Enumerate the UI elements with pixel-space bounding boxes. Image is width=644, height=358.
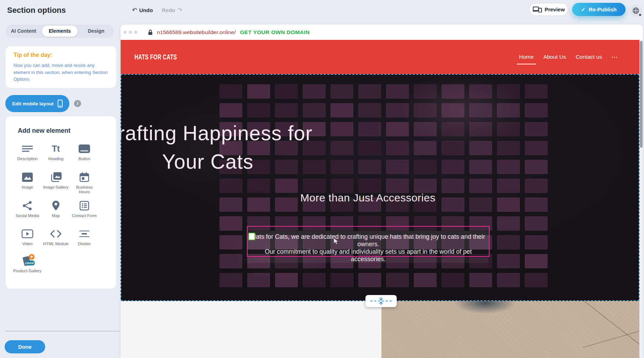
element-contact-form[interactable]: Contact Form: [70, 199, 99, 218]
hero-tile: [358, 179, 381, 193]
hero-tile: [525, 254, 548, 268]
element-label: Button: [78, 157, 90, 161]
hero-tile: [497, 160, 520, 174]
element-product-gallery[interactable]: SHOP Product Gallery: [13, 254, 42, 273]
map-pin-icon: [52, 200, 60, 211]
hero-tile: [414, 84, 437, 99]
hero-tile: [497, 235, 520, 249]
url-text[interactable]: n1566589.websitebuilder.online/: [157, 29, 236, 36]
element-social-media[interactable]: Social Media: [13, 199, 42, 218]
hero-tile: [525, 103, 548, 117]
hero-tile: [220, 84, 242, 99]
sidebar-tabs: AI Content Elements Design: [6, 25, 114, 38]
hero-tile: [525, 160, 548, 174]
selected-paragraph-box[interactable]: Hats for Cats, we are dedicated to craft…: [247, 226, 490, 257]
hero-tile: [497, 198, 520, 212]
tab-ai-content[interactable]: AI Content: [6, 25, 41, 38]
hero-tile: [331, 273, 353, 287]
hero-tile: [247, 273, 270, 287]
element-button[interactable]: Button: [70, 142, 99, 161]
hero-tile: [247, 103, 270, 117]
get-domain-link[interactable]: GET YOUR OWN DOMAIN: [240, 29, 310, 36]
element-description[interactable]: Description: [13, 142, 42, 161]
element-image[interactable]: Image: [13, 171, 42, 190]
window-dot: [129, 31, 132, 34]
hero-tile: [525, 216, 548, 231]
preview-scrollbar-thumb[interactable]: [640, 41, 643, 148]
hero-tile: [220, 235, 242, 249]
hero-tile: [469, 103, 492, 117]
hero-tile: [414, 141, 437, 155]
hero-tile: [358, 103, 381, 117]
hero-tile: [247, 84, 270, 99]
element-divider[interactable]: Divider: [70, 227, 99, 246]
element-video[interactable]: Video: [13, 227, 42, 246]
devices-icon: [533, 6, 542, 12]
hero-tile: [414, 103, 437, 117]
hero-tile: [247, 179, 270, 193]
nav-more-button[interactable]: ···: [612, 52, 618, 62]
element-business-hours[interactable]: Business Hours: [70, 171, 99, 194]
preview-label: Preview: [545, 6, 565, 12]
hero-tile: [525, 122, 548, 136]
redo-button[interactable]: Redo ↷: [162, 5, 183, 15]
hero-tile: [220, 216, 242, 231]
hero-tile: [497, 141, 520, 155]
nav-about-us[interactable]: About Us: [543, 52, 566, 62]
hero-tile: [525, 198, 548, 212]
nav-home[interactable]: Home: [519, 52, 534, 62]
tab-elements[interactable]: Elements: [42, 26, 78, 37]
hero-heading[interactable]: Crafting Happiness for Your Cats: [121, 119, 368, 176]
globe-icon: [632, 7, 639, 14]
undo-icon: ↶: [132, 6, 137, 14]
hero-tile: [497, 216, 520, 231]
hero-tile: [331, 103, 353, 117]
tab-design[interactable]: Design: [78, 25, 114, 38]
hero-paragraph[interactable]: Hats for Cats, we are dedicated to craft…: [248, 233, 489, 263]
hero-subheading[interactable]: More than Just Accessories: [300, 192, 436, 204]
nav-contact-us[interactable]: Contact us: [576, 52, 602, 62]
hero-section[interactable]: Crafting Happiness for Your Cats More th…: [121, 74, 639, 301]
hero-tile: [275, 103, 298, 117]
site-logo[interactable]: HATS FOR CATS: [134, 53, 177, 61]
element-label: Product Gallery: [13, 269, 41, 273]
element-map[interactable]: Map: [42, 199, 70, 218]
window-dot: [134, 31, 137, 34]
image-gallery-icon: [50, 172, 62, 183]
element-image-gallery[interactable]: Image Gallery: [42, 171, 70, 190]
hero-tile: [525, 141, 548, 155]
hero-tile: [414, 160, 437, 174]
hero-tile: [497, 103, 520, 117]
hero-tile: [303, 103, 326, 117]
hero-tile: [442, 179, 464, 193]
done-button[interactable]: Done: [5, 340, 45, 353]
next-section-left[interactable]: [121, 301, 381, 358]
republish-button[interactable]: ✓ Re-Publish: [572, 3, 625, 16]
html-code-icon: [50, 230, 62, 238]
next-section-image[interactable]: [381, 301, 639, 358]
element-label: Map: [52, 214, 60, 218]
undo-button[interactable]: ↶ Undo: [132, 5, 153, 15]
info-icon[interactable]: i: [74, 100, 81, 107]
redo-icon: ↷: [178, 6, 183, 14]
hero-tile: [414, 122, 437, 136]
contact-form-icon: [79, 200, 90, 211]
hero-tile: [469, 122, 492, 136]
hero-tile: [275, 198, 298, 212]
section-resize-handle[interactable]: [365, 295, 397, 307]
edit-mobile-label: Edit mobile layout: [12, 101, 53, 106]
hero-tile: [220, 254, 242, 268]
element-heading[interactable]: Tt Heading: [42, 142, 70, 161]
element-label: Heading: [48, 157, 64, 161]
hero-tile: [414, 179, 437, 193]
check-icon: ✓: [581, 6, 586, 13]
redo-label: Redo: [162, 7, 175, 13]
edit-mobile-layout-button[interactable]: Edit mobile layout: [5, 95, 69, 112]
element-html-module[interactable]: HTML Module: [42, 227, 70, 246]
video-icon: [21, 229, 33, 238]
done-label: Done: [18, 344, 32, 350]
element-drag-handle[interactable]: [248, 233, 255, 240]
hero-tile: [469, 160, 492, 174]
language-globe-button[interactable]: [629, 4, 642, 17]
preview-button[interactable]: Preview: [529, 3, 568, 16]
